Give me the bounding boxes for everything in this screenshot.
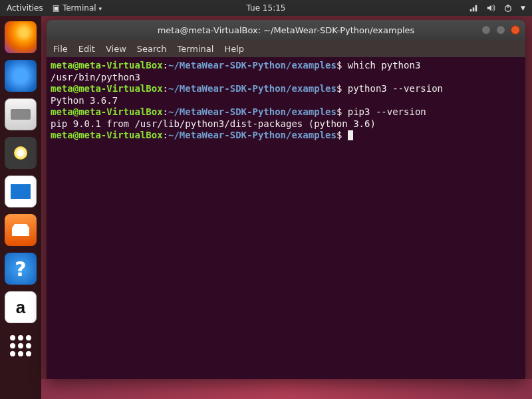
terminal-window: meta@meta-VirtualBox: ~/MetaWear-SDK-Pyt…	[47, 20, 525, 379]
output-text: /usr/bin/python3	[51, 72, 140, 82]
menu-help[interactable]: Help	[224, 44, 244, 54]
window-title: meta@meta-VirtualBox: ~/MetaWear-SDK-Pyt…	[158, 25, 415, 35]
system-menu-chevron-icon[interactable]: ▼	[521, 5, 525, 11]
launcher-show-apps[interactable]	[5, 330, 37, 362]
window-close-button[interactable]	[511, 25, 520, 35]
prompt-path: ~/MetaWear-SDK-Python/examples	[168, 106, 336, 117]
launcher-rhythmbox[interactable]	[5, 137, 37, 169]
launcher-amazon[interactable]: a	[5, 291, 37, 323]
terminal-line: Python 3.6.7	[51, 95, 521, 107]
command-text: pip3 --version	[348, 106, 426, 117]
output-text: Python 3.6.7	[51, 95, 118, 106]
desktop-background-edge	[41, 379, 532, 399]
menu-file[interactable]: File	[53, 44, 68, 54]
prompt-user-host: meta@meta-VirtualBox	[51, 106, 163, 117]
command-text: which python3	[348, 60, 421, 70]
launcher-ubuntu-software[interactable]	[5, 214, 37, 246]
terminal-menubar: File Edit View Search Terminal Help	[47, 40, 525, 57]
prompt-user-host: meta@meta-VirtualBox	[51, 60, 163, 70]
output-text: pip 9.0.1 from /usr/lib/python3/dist-pac…	[51, 118, 376, 129]
menu-edit[interactable]: Edit	[78, 44, 95, 54]
app-menu-terminal[interactable]: ▣ Terminal	[53, 3, 102, 13]
launcher-files[interactable]	[5, 98, 37, 130]
apps-grid-icon	[10, 335, 31, 356]
command-text: python3 --version	[348, 83, 443, 94]
terminal-line: /usr/bin/python3	[51, 72, 521, 84]
gnome-top-panel: Activities ▣ Terminal Tue 15:15 ▼	[0, 0, 532, 16]
svg-rect-1	[507, 5, 508, 8]
prompt-user-host: meta@meta-VirtualBox	[51, 130, 163, 140]
terminal-line: meta@meta-VirtualBox:~/MetaWear-SDK-Pyth…	[51, 106, 521, 118]
launcher-firefox[interactable]	[5, 21, 37, 53]
terminal-viewport[interactable]: meta@meta-VirtualBox:~/MetaWear-SDK-Pyth…	[47, 57, 525, 379]
activities-button[interactable]: Activities	[7, 3, 43, 13]
ubuntu-dock: ? a	[0, 16, 41, 399]
menu-terminal[interactable]: Terminal	[177, 44, 213, 54]
prompt-path: ~/MetaWear-SDK-Python/examples	[168, 83, 336, 94]
window-maximize-button[interactable]	[496, 25, 505, 35]
volume-icon[interactable]	[486, 3, 495, 13]
terminal-icon: ▣	[53, 3, 60, 13]
clock[interactable]: Tue 15:15	[247, 3, 286, 13]
launcher-libreoffice-writer[interactable]	[5, 176, 37, 207]
window-minimize-button[interactable]	[481, 25, 491, 35]
terminal-line: meta@meta-VirtualBox:~/MetaWear-SDK-Pyth…	[51, 60, 521, 72]
launcher-thunderbird[interactable]	[5, 60, 37, 92]
terminal-line: pip 9.0.1 from /usr/lib/python3/dist-pac…	[51, 118, 521, 130]
prompt-path: ~/MetaWear-SDK-Python/examples	[168, 60, 336, 70]
terminal-line: meta@meta-VirtualBox:~/MetaWear-SDK-Pyth…	[51, 83, 521, 95]
menu-search[interactable]: Search	[137, 44, 167, 54]
terminal-line: meta@meta-VirtualBox:~/MetaWear-SDK-Pyth…	[51, 130, 521, 142]
network-icon[interactable]	[469, 3, 478, 13]
menu-view[interactable]: View	[106, 44, 126, 54]
cursor	[348, 130, 353, 140]
launcher-help[interactable]: ?	[5, 253, 37, 285]
prompt-path: ~/MetaWear-SDK-Python/examples	[168, 130, 336, 140]
window-titlebar[interactable]: meta@meta-VirtualBox: ~/MetaWear-SDK-Pyt…	[47, 20, 525, 40]
prompt-user-host: meta@meta-VirtualBox	[51, 83, 163, 94]
power-icon[interactable]	[503, 3, 513, 13]
